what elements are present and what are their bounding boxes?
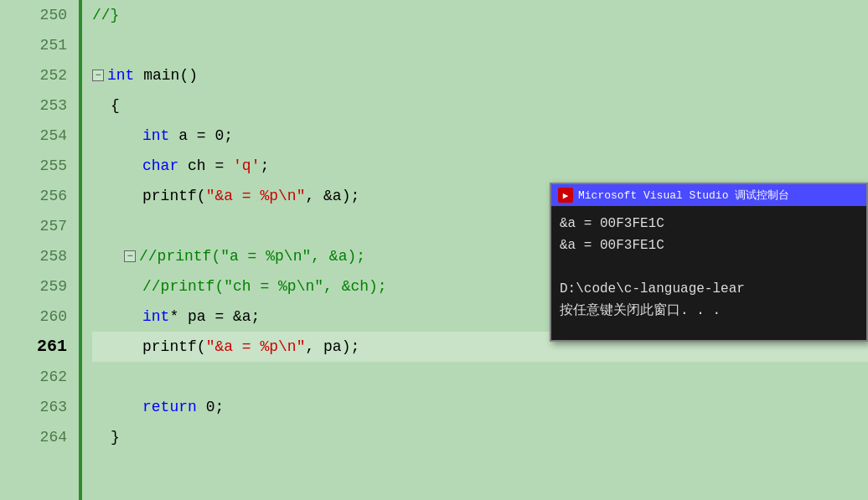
code-token: { — [111, 90, 120, 121]
gutter — [75, 0, 85, 500]
code-token: int — [107, 60, 134, 90]
line-num-263: 263 — [0, 392, 67, 422]
code-line-253: { — [92, 90, 868, 121]
line-num-260: 260 — [0, 302, 67, 332]
code-line-262 — [92, 362, 868, 392]
line-num-251: 251 — [0, 30, 67, 60]
code-token: , pa); — [305, 332, 359, 362]
code-token — [197, 392, 206, 422]
code-token: ; — [260, 151, 269, 181]
code-token: ; — [224, 121, 233, 151]
line-num-253: 253 — [0, 90, 67, 121]
line-num-257: 257 — [0, 211, 67, 241]
code-line-254: int a = 0; — [92, 121, 868, 151]
code-token: ; — [214, 392, 224, 422]
line-num-250: 250 — [0, 0, 67, 30]
code-token: * pa = &a; — [169, 302, 260, 332]
code-line-255: char ch = 'q'; — [92, 151, 868, 181]
console-titlebar: ▶ Microsoft Visual Studio 调试控制台 — [551, 184, 866, 206]
line-num-264: 264 — [0, 422, 67, 452]
vs-icon: ▶ — [558, 188, 573, 203]
code-token: return — [142, 392, 197, 422]
line-numbers: 250 251 252 253 254 255 256 257 258 259 … — [0, 0, 75, 500]
line-num-258: 258 — [0, 241, 67, 271]
code-token: printf( — [142, 181, 206, 211]
gutter-bar — [79, 0, 82, 500]
code-line-252: −int main() — [92, 60, 868, 90]
code-token: , &a); — [305, 181, 359, 211]
code-token: 'q' — [233, 151, 260, 181]
code-token: int — [142, 121, 169, 151]
code-token: } — [111, 422, 120, 452]
code-token: char — [142, 151, 178, 181]
code-token: "&a = %p\n" — [206, 181, 306, 211]
collapse-icon-258[interactable]: − — [124, 250, 136, 262]
line-num-262: 262 — [0, 362, 67, 392]
console-line-4: D:\code\c-language-lear — [560, 278, 858, 300]
editor-container: 250 251 252 253 254 255 256 257 258 259 … — [0, 0, 868, 500]
code-line-263: return 0; — [92, 392, 868, 422]
console-window: ▶ Microsoft Visual Studio 调试控制台 &a = 00F… — [550, 183, 868, 342]
line-num-261: 261 — [0, 332, 67, 362]
code-token: 0 — [206, 392, 215, 422]
code-token: "&a = %p\n" — [206, 332, 306, 362]
code-line-264: } — [92, 422, 868, 452]
code-token: main() — [134, 60, 198, 90]
code-token: a = — [169, 121, 214, 151]
line-num-259: 259 — [0, 271, 67, 302]
line-num-255: 255 — [0, 151, 67, 181]
line-num-254: 254 — [0, 121, 67, 151]
console-title: Microsoft Visual Studio 调试控制台 — [578, 188, 860, 203]
code-token: 0 — [214, 121, 224, 151]
code-token: int — [142, 302, 169, 332]
console-line-2: &a = 00F3FE1C — [560, 235, 858, 256]
collapse-icon-252[interactable]: − — [92, 70, 104, 81]
console-body: &a = 00F3FE1C &a = 00F3FE1C D:\code\c-la… — [551, 206, 866, 340]
code-line-250: //} — [92, 0, 868, 30]
code-token: //} — [92, 0, 119, 30]
code-token: ch = — [178, 151, 233, 181]
console-line-3 — [560, 256, 858, 278]
code-line-251 — [92, 30, 868, 60]
console-line-5: 按任意键关闭此窗口. . . — [560, 300, 858, 322]
code-token: //printf("a = %p\n", &a); — [139, 241, 365, 271]
code-token: printf( — [142, 332, 206, 362]
line-num-252: 252 — [0, 60, 67, 90]
console-line-1: &a = 00F3FE1C — [560, 213, 858, 235]
line-num-256: 256 — [0, 181, 67, 211]
code-token: //printf("ch = %p\n", &ch); — [142, 271, 387, 302]
